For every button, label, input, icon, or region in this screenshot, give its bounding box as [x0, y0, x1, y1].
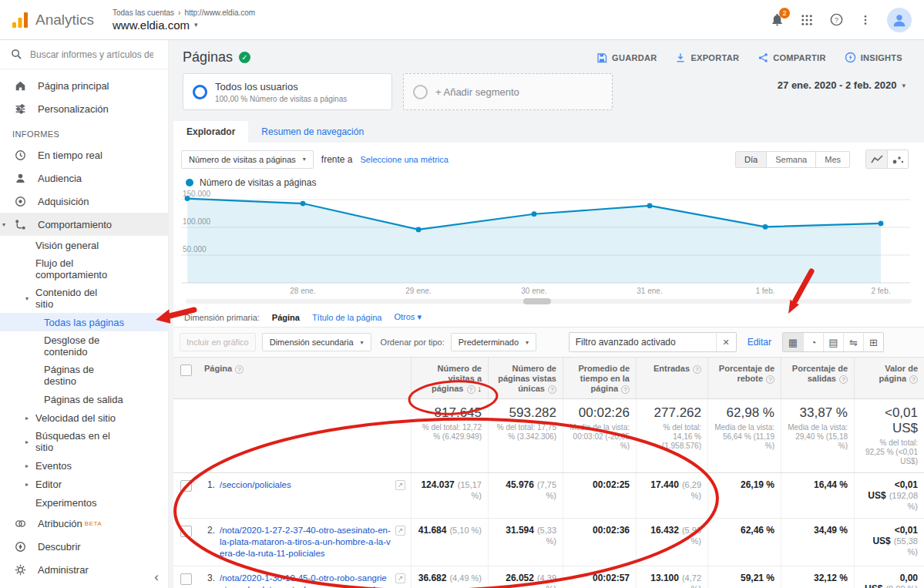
column-header-exit-rate[interactable]: Porcentaje de salidas?	[781, 358, 854, 398]
svg-text:1 feb.: 1 feb.	[755, 287, 774, 295]
search-input[interactable]	[30, 49, 153, 60]
row-checkbox[interactable]	[173, 473, 198, 518]
close-icon[interactable]: ✕	[716, 333, 736, 351]
more-options-button[interactable]	[859, 14, 872, 26]
avatar[interactable]	[887, 8, 912, 32]
plot-rows-button[interactable]: Incluir en gráfico	[180, 333, 256, 351]
help-icon[interactable]: ?	[621, 385, 630, 394]
help-icon[interactable]: ?	[766, 375, 774, 384]
sidebar-item-site-content[interactable]: ▾ Contenido del sitio	[0, 284, 168, 313]
help-icon[interactable]: ?	[548, 385, 556, 394]
help-icon[interactable]: ?	[839, 375, 848, 384]
beta-tag: BETA	[85, 520, 102, 527]
edit-filter-link[interactable]: Editar	[748, 337, 771, 348]
page-link[interactable]: /seccion/policiales	[220, 479, 391, 491]
sidebar-item-site-search[interactable]: ▸ Búsquedas en el sitio	[0, 427, 168, 456]
sidebar-item-site-speed[interactable]: ▸ Velocidad del sitio	[0, 408, 168, 427]
apps-grid-button[interactable]	[800, 13, 814, 27]
save-button[interactable]: GUARDAR	[596, 52, 657, 63]
sidebar-item-customization[interactable]: Personalización	[0, 97, 168, 120]
line-chart-icon[interactable]	[866, 150, 887, 168]
motion-chart-icon[interactable]	[887, 150, 908, 168]
help-icon[interactable]: ?	[467, 385, 475, 394]
view-table-icon[interactable]: ▦	[783, 333, 803, 351]
sidebar-item-behavior[interactable]: ▾ Comportamiento	[0, 213, 168, 236]
column-header-bounce-rate[interactable]: Porcentaje de rebote?	[707, 358, 781, 398]
dimension-page-title[interactable]: Título de la página	[312, 313, 382, 322]
view-percentage-icon[interactable]: ◔	[803, 333, 823, 351]
sidebar-item-realtime[interactable]: En tiempo real	[0, 143, 168, 166]
column-header-page[interactable]: Página?	[198, 358, 411, 398]
sidebar-item-exit-pages[interactable]: Páginas de salida	[0, 390, 168, 408]
analytics-logo[interactable]: Analytics	[0, 11, 106, 29]
sidebar-item-landing-pages[interactable]: Páginas de destino	[0, 361, 168, 390]
add-segment-button[interactable]: + Añadir segmento	[403, 73, 613, 110]
view-performance-icon[interactable]: ▤	[823, 333, 843, 351]
sidebar-item-admin[interactable]: Administrar	[0, 558, 168, 581]
segment-card-all-users[interactable]: Todos los usuarios 100,00 % Número de vi…	[183, 73, 392, 110]
select-metric-link[interactable]: Seleccione una métrica	[361, 155, 449, 164]
help-button[interactable]: ?	[829, 12, 844, 27]
metric-selector-dropdown[interactable]: Número de visitas a páginas ▾	[181, 150, 314, 169]
select-all-checkbox[interactable]	[173, 358, 198, 398]
sort-type-dropdown[interactable]: Predeterminado ▾	[451, 333, 536, 351]
open-page-icon[interactable]: ↗	[395, 526, 405, 536]
sidebar-item-label: Administrar	[38, 564, 89, 576]
sidebar-item-label: Editor	[35, 479, 62, 490]
tab-explorer[interactable]: Explorador	[173, 121, 248, 143]
column-header-entrances[interactable]: Entradas?	[636, 358, 707, 398]
sidebar-item-home[interactable]: Página principal	[0, 74, 168, 97]
granularity-day-button[interactable]: Día	[735, 151, 767, 168]
dimension-other-dropdown[interactable]: Otros ▾	[394, 312, 422, 322]
sidebar-item-behavior-overview[interactable]: Visión general	[0, 236, 168, 254]
table-row: 2. /nota/2020-1-27-2-37-40-otro-asesinat…	[173, 519, 924, 566]
account-switcher[interactable]: Todas las cuentas › http://www.eldia.com…	[113, 8, 255, 32]
sidebar-item-all-pages[interactable]: Todas las páginas	[0, 313, 168, 331]
tab-navigation-summary[interactable]: Resumen de navegación	[248, 121, 377, 143]
breadcrumb-account[interactable]: Todas las cuentas	[113, 8, 174, 17]
date-range-picker[interactable]: 27 ene. 2020 - 2 feb. 2020 ▾	[778, 73, 906, 91]
person-icon	[12, 173, 29, 184]
dimension-page[interactable]: Página	[272, 313, 300, 322]
pageviews-line-chart[interactable]: 50.000100.000150.00028 ene.29 ene.30 ene…	[176, 190, 921, 297]
granularity-week-button[interactable]: Semana	[767, 151, 816, 168]
sidebar-item-discover[interactable]: Descubrir	[0, 535, 168, 558]
help-icon[interactable]: ?	[693, 365, 701, 374]
row-checkbox[interactable]	[173, 519, 198, 566]
property-selector[interactable]: www.eldia.com ▾	[113, 18, 255, 32]
share-button[interactable]: COMPARTIR	[758, 52, 826, 63]
sidebar-search[interactable]	[0, 40, 168, 69]
help-icon[interactable]: ?	[235, 365, 244, 374]
sidebar-item-content-drilldown[interactable]: Desglose de contenido	[0, 331, 168, 361]
sidebar-item-events[interactable]: ▸ Eventos	[0, 456, 168, 475]
page-link[interactable]: /nota/2020-1-27-2-37-40-otro-asesinato-e…	[220, 525, 391, 559]
notifications-button[interactable]: 2	[770, 12, 785, 27]
sidebar-item-behavior-flow[interactable]: Flujo del comportamiento	[0, 254, 168, 284]
slider-handle[interactable]	[523, 298, 551, 304]
segment-row: Todos los usuarios 100,00 % Número de vi…	[169, 69, 924, 118]
view-pivot-icon[interactable]: ⊞	[863, 333, 883, 351]
sidebar-collapse-button[interactable]: ‹	[154, 570, 159, 585]
sidebar-item-acquisition[interactable]: Adquisición	[0, 190, 168, 213]
column-header-page-value[interactable]: Valor de página?	[854, 358, 924, 398]
granularity-month-button[interactable]: Mes	[816, 151, 850, 168]
open-page-icon[interactable]: ↗	[395, 573, 405, 583]
help-icon[interactable]: ?	[909, 375, 918, 384]
page-link[interactable]: /nota/2020-1-30-10-45-0-otro-robo-sangri…	[220, 573, 391, 588]
insights-button[interactable]: INSIGHTS	[845, 52, 902, 63]
column-header-avg-time[interactable]: Promedio de tiempo en la página?	[563, 358, 636, 398]
column-header-pageviews[interactable]: Número de visitas a páginas?↓	[411, 358, 488, 398]
open-page-icon[interactable]: ↗	[395, 480, 405, 490]
sidebar-item-experiments[interactable]: Experimentos	[0, 493, 168, 512]
sidebar-item-attribution[interactable]: Atribución BETA	[0, 512, 168, 535]
row-checkbox[interactable]	[173, 566, 198, 588]
sidebar-item-audience[interactable]: Audiencia	[0, 166, 168, 190]
secondary-dimension-dropdown[interactable]: Dimensión secundaria ▾	[262, 333, 371, 351]
column-header-unique-pageviews[interactable]: Número de páginas vistas únicas?	[488, 358, 563, 398]
advanced-filter-box[interactable]: Filtro avanzado activado ✕	[569, 332, 737, 352]
view-comparison-icon[interactable]: ⇋	[843, 333, 863, 351]
export-button[interactable]: EXPORTAR	[675, 52, 739, 63]
sidebar-item-publisher[interactable]: ▸ Editor	[0, 475, 168, 493]
breadcrumb-property[interactable]: http://www.eldia.com	[184, 8, 255, 17]
table-row: 1. /seccion/policiales ↗ 124.037(15,17 %…	[173, 473, 924, 519]
